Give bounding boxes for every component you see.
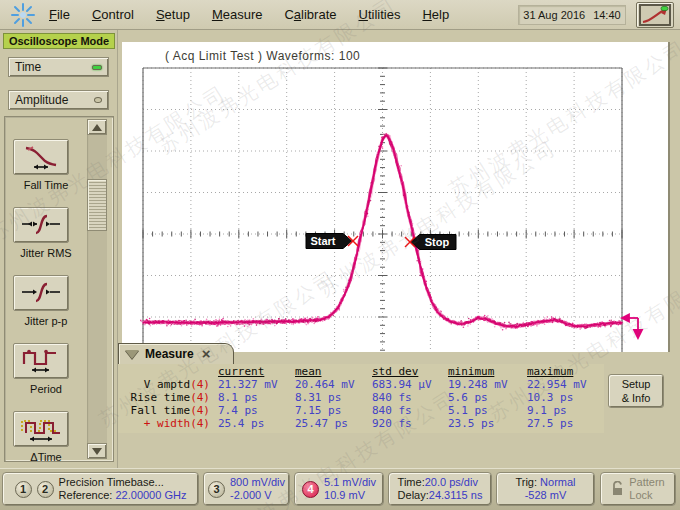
channel3-status-button[interactable]: 3 800 mV/div -2.000 V — [203, 472, 290, 506]
col-mean: mean — [295, 365, 372, 378]
table-row-rise-time[interactable]: Rise time(4) 8.1 ps 8.31 ps 840 fs 5.6 p… — [118, 391, 604, 404]
fall-time-button[interactable] — [13, 139, 69, 175]
svg-text:Stop: Stop — [425, 236, 450, 248]
timebase-status-button[interactable]: 1 2 Precision Timebase... Reference: 22.… — [2, 472, 199, 506]
menu-file[interactable]: File — [38, 3, 81, 26]
menu-bar: File Control Setup Measure Calibrate Uti… — [0, 0, 680, 30]
trigger-status-button[interactable]: Trig: Normal -528 mV — [496, 472, 595, 506]
time-led-icon — [92, 65, 102, 70]
jitter-rms-label: Jitter RMS — [5, 247, 87, 259]
run-status-button[interactable] — [636, 2, 674, 28]
period-button[interactable] — [13, 343, 69, 379]
jitter-pp-label: Jitter p-p — [5, 315, 87, 327]
jitter-rms-icon — [18, 212, 64, 238]
jitter-pp-button[interactable] — [13, 275, 69, 311]
channel4-status-button[interactable]: 4 5.1 mV/div 10.9 mV — [294, 472, 384, 506]
svg-text:Start: Start — [310, 235, 335, 247]
delta-time-icon — [18, 416, 64, 442]
jitter-rms-button[interactable] — [13, 207, 69, 243]
table-row-plus-width[interactable]: + width(4) 25.4 ps 25.47 ps 920 fs 23.5 … — [118, 417, 604, 430]
channel4-chip[interactable]: 4 — [302, 481, 319, 498]
delta-time-label: ΔTime — [5, 451, 87, 462]
period-label: Period — [5, 383, 87, 395]
arrow-up-icon — [92, 124, 102, 131]
acquisition-run-icon — [639, 4, 671, 26]
amplitude-dropdown[interactable]: Amplitude — [8, 90, 109, 110]
arrow-down-icon — [92, 448, 102, 455]
menu-control[interactable]: Control — [81, 3, 145, 26]
measurement-button-panel: Fall Time Jitter RMS Jitter p-p — [4, 116, 114, 462]
waveform-display[interactable]: Start Stop — [122, 42, 670, 352]
time-delay-status-button[interactable]: Time:20.0 ps/div Delay:24.3115 ns — [388, 472, 492, 506]
table-row-fall-time[interactable]: Fall time(4) 7.4 ps 7.15 ps 840 fs 5.1 p… — [118, 404, 604, 417]
stop-marker-flag[interactable]: Stop — [411, 235, 456, 250]
agilent-logo-icon — [8, 1, 38, 29]
date-label: 31 Aug 2016 — [523, 9, 585, 21]
menu-measure[interactable]: Measure — [201, 3, 274, 26]
reference-value: 22.00000 GHz — [115, 489, 186, 501]
menu-help[interactable]: Help — [411, 3, 460, 26]
channel4-reference-marker-icon[interactable] — [622, 315, 642, 339]
fall-time-label: Fall Time — [5, 179, 87, 191]
table-row-v-amptd[interactable]: V amptd(4) 21.327 mV 20.464 mV 683.94 µV… — [118, 378, 604, 391]
timebase-line1: Precision Timebase... — [59, 476, 164, 488]
measure-results-table: current mean std dev minimum maximum V a… — [118, 364, 604, 433]
setup-info-button[interactable]: Setup & Info — [608, 374, 664, 408]
oscilloscope-mode-header: Oscilloscope Mode — [3, 33, 115, 49]
scroll-up-button[interactable] — [87, 119, 107, 135]
lock-open-icon — [611, 481, 624, 497]
channel2-chip[interactable]: 2 — [37, 481, 54, 498]
fall-time-icon — [18, 144, 64, 170]
start-marker-flag[interactable]: Start — [306, 234, 352, 249]
measure-tab[interactable]: Measure × — [118, 343, 234, 364]
col-maximum: maximum — [527, 365, 604, 378]
col-std-dev: std dev — [372, 365, 448, 378]
jitter-pp-icon — [18, 280, 64, 306]
menu-setup[interactable]: Setup — [145, 3, 201, 26]
menu-utilities[interactable]: Utilities — [348, 3, 412, 26]
collapse-triangle-icon[interactable] — [125, 350, 139, 359]
acquisition-status-text: ( Acq Limit Test ) Waveforms: 100 — [165, 49, 360, 63]
table-header-row: current mean std dev minimum maximum — [118, 365, 604, 378]
period-icon — [18, 348, 64, 374]
sidebar: Oscilloscope Mode Time Amplitude Fall Ti… — [0, 30, 118, 468]
menu-calibrate[interactable]: Calibrate — [273, 3, 347, 26]
status-bar: 1 2 Precision Timebase... Reference: 22.… — [0, 468, 680, 510]
pattern-lock-button[interactable]: Pattern Lock — [600, 472, 676, 506]
col-minimum: minimum — [448, 365, 527, 378]
amplitude-led-icon — [94, 97, 102, 103]
channel1-chip[interactable]: 1 — [15, 481, 32, 498]
delta-time-button[interactable] — [13, 411, 69, 447]
measure-tab-label: Measure — [145, 347, 194, 361]
scrollbar-thumb[interactable] — [87, 179, 107, 231]
reference-label: Reference: — [59, 489, 113, 501]
col-current: current — [218, 365, 295, 378]
time-dropdown[interactable]: Time — [8, 57, 109, 77]
close-icon[interactable]: × — [202, 349, 211, 359]
time-label: 14:40 — [593, 9, 621, 21]
channel3-chip[interactable]: 3 — [208, 481, 225, 498]
sidebar-scrollbar[interactable] — [87, 119, 107, 459]
datetime-display: 31 Aug 2016 14:40 — [518, 5, 626, 25]
scroll-down-button[interactable] — [87, 443, 107, 459]
